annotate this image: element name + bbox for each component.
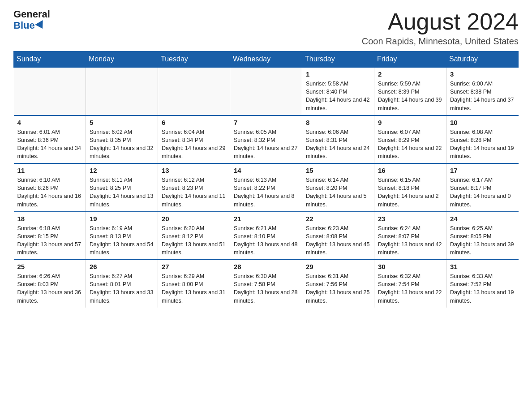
day-info: Sunrise: 6:25 AM Sunset: 8:05 PM Dayligh…	[450, 224, 515, 257]
day-info: Sunrise: 6:27 AM Sunset: 8:01 PM Dayligh…	[90, 272, 154, 305]
calendar-cell: 4Sunrise: 6:01 AM Sunset: 8:36 PM Daylig…	[14, 116, 86, 164]
day-number: 28	[234, 263, 298, 270]
day-number: 24	[450, 215, 515, 223]
calendar-cell: 31Sunrise: 6:33 AM Sunset: 7:52 PM Dayli…	[446, 260, 519, 308]
day-info: Sunrise: 6:32 AM Sunset: 7:54 PM Dayligh…	[378, 272, 442, 305]
weekday-header-wednesday: Wednesday	[230, 51, 302, 68]
day-info: Sunrise: 6:30 AM Sunset: 7:58 PM Dayligh…	[234, 272, 298, 305]
day-number: 2	[378, 70, 442, 78]
day-number: 19	[90, 215, 154, 223]
day-info: Sunrise: 6:13 AM Sunset: 8:22 PM Dayligh…	[234, 176, 298, 209]
day-number: 16	[378, 167, 442, 174]
day-info: Sunrise: 6:01 AM Sunset: 8:36 PM Dayligh…	[17, 128, 82, 161]
day-number: 11	[17, 167, 82, 174]
day-info: Sunrise: 6:05 AM Sunset: 8:32 PM Dayligh…	[234, 128, 298, 161]
calendar-week-row: 4Sunrise: 6:01 AM Sunset: 8:36 PM Daylig…	[14, 116, 519, 164]
calendar-cell: 6Sunrise: 6:04 AM Sunset: 8:34 PM Daylig…	[158, 116, 230, 164]
day-info: Sunrise: 6:20 AM Sunset: 8:12 PM Dayligh…	[162, 224, 226, 257]
day-number: 10	[450, 119, 515, 126]
calendar-cell: 29Sunrise: 6:31 AM Sunset: 7:56 PM Dayli…	[302, 260, 374, 308]
weekday-header-saturday: Saturday	[446, 51, 519, 68]
calendar-cell: 16Sunrise: 6:15 AM Sunset: 8:18 PM Dayli…	[374, 163, 446, 212]
calendar-cell: 25Sunrise: 6:26 AM Sunset: 8:03 PM Dayli…	[14, 260, 86, 308]
calendar-week-row: 11Sunrise: 6:10 AM Sunset: 8:26 PM Dayli…	[14, 163, 519, 212]
month-title: August 2024	[362, 9, 519, 34]
calendar-cell: 27Sunrise: 6:29 AM Sunset: 8:00 PM Dayli…	[158, 260, 230, 308]
day-info: Sunrise: 6:26 AM Sunset: 8:03 PM Dayligh…	[17, 272, 82, 305]
calendar-cell: 2Sunrise: 5:59 AM Sunset: 8:39 PM Daylig…	[374, 67, 446, 116]
day-number: 26	[90, 263, 154, 270]
day-number: 20	[162, 215, 226, 223]
calendar-cell: 14Sunrise: 6:13 AM Sunset: 8:22 PM Dayli…	[230, 163, 302, 212]
day-number: 30	[378, 263, 442, 270]
day-number: 23	[378, 215, 442, 223]
logo: General Blue	[13, 9, 50, 31]
calendar-cell: 8Sunrise: 6:06 AM Sunset: 8:31 PM Daylig…	[302, 116, 374, 164]
calendar-cell	[86, 67, 158, 116]
weekday-header-thursday: Thursday	[302, 51, 374, 68]
calendar-week-row: 25Sunrise: 6:26 AM Sunset: 8:03 PM Dayli…	[14, 260, 519, 308]
weekday-header-friday: Friday	[374, 51, 446, 68]
calendar-cell: 17Sunrise: 6:17 AM Sunset: 8:17 PM Dayli…	[446, 163, 519, 212]
calendar-week-row: 18Sunrise: 6:18 AM Sunset: 8:15 PM Dayli…	[14, 212, 519, 260]
day-number: 31	[450, 263, 515, 270]
day-number: 14	[234, 167, 298, 174]
day-number: 15	[306, 167, 370, 174]
logo-blue-label: Blue	[13, 20, 35, 31]
day-info: Sunrise: 6:18 AM Sunset: 8:15 PM Dayligh…	[17, 224, 82, 257]
day-number: 29	[306, 263, 370, 270]
day-info: Sunrise: 6:02 AM Sunset: 8:35 PM Dayligh…	[90, 128, 154, 161]
day-info: Sunrise: 5:59 AM Sunset: 8:39 PM Dayligh…	[378, 80, 442, 112]
calendar-cell: 12Sunrise: 6:11 AM Sunset: 8:25 PM Dayli…	[86, 163, 158, 212]
calendar-cell: 18Sunrise: 6:18 AM Sunset: 8:15 PM Dayli…	[14, 212, 86, 260]
page-header: General Blue August 2024 Coon Rapids, Mi…	[13, 9, 519, 47]
day-number: 25	[17, 263, 82, 270]
calendar-cell: 15Sunrise: 6:14 AM Sunset: 8:20 PM Dayli…	[302, 163, 374, 212]
calendar-cell: 7Sunrise: 6:05 AM Sunset: 8:32 PM Daylig…	[230, 116, 302, 164]
day-number: 21	[234, 215, 298, 223]
day-info: Sunrise: 6:19 AM Sunset: 8:13 PM Dayligh…	[90, 224, 154, 257]
day-info: Sunrise: 6:24 AM Sunset: 8:07 PM Dayligh…	[378, 224, 442, 257]
day-info: Sunrise: 6:00 AM Sunset: 8:38 PM Dayligh…	[450, 80, 515, 112]
day-number: 3	[450, 70, 515, 78]
day-number: 8	[306, 119, 370, 126]
day-info: Sunrise: 6:17 AM Sunset: 8:17 PM Dayligh…	[450, 176, 515, 209]
day-number: 4	[17, 119, 82, 126]
calendar-cell: 20Sunrise: 6:20 AM Sunset: 8:12 PM Dayli…	[158, 212, 230, 260]
calendar-cell	[158, 67, 230, 116]
day-info: Sunrise: 6:07 AM Sunset: 8:29 PM Dayligh…	[378, 128, 442, 161]
day-number: 1	[306, 70, 370, 78]
calendar-cell: 24Sunrise: 6:25 AM Sunset: 8:05 PM Dayli…	[446, 212, 519, 260]
day-info: Sunrise: 6:29 AM Sunset: 8:00 PM Dayligh…	[162, 272, 226, 305]
weekday-header-sunday: Sunday	[14, 51, 86, 68]
day-number: 7	[234, 119, 298, 126]
day-number: 12	[90, 167, 154, 174]
calendar-cell: 21Sunrise: 6:21 AM Sunset: 8:10 PM Dayli…	[230, 212, 302, 260]
day-number: 13	[162, 167, 226, 174]
day-info: Sunrise: 5:58 AM Sunset: 8:40 PM Dayligh…	[306, 80, 370, 112]
day-info: Sunrise: 6:11 AM Sunset: 8:25 PM Dayligh…	[90, 176, 154, 209]
day-info: Sunrise: 6:23 AM Sunset: 8:08 PM Dayligh…	[306, 224, 370, 257]
logo-general-text: General	[13, 9, 50, 20]
day-info: Sunrise: 6:04 AM Sunset: 8:34 PM Dayligh…	[162, 128, 226, 161]
day-number: 22	[306, 215, 370, 223]
calendar-cell: 13Sunrise: 6:12 AM Sunset: 8:23 PM Dayli…	[158, 163, 230, 212]
calendar-cell: 5Sunrise: 6:02 AM Sunset: 8:35 PM Daylig…	[86, 116, 158, 164]
title-section: August 2024 Coon Rapids, Minnesota, Unit…	[362, 9, 519, 47]
day-info: Sunrise: 6:21 AM Sunset: 8:10 PM Dayligh…	[234, 224, 298, 257]
location-title: Coon Rapids, Minnesota, United States	[362, 36, 519, 47]
calendar-cell	[230, 67, 302, 116]
weekday-header-tuesday: Tuesday	[158, 51, 230, 68]
day-info: Sunrise: 6:08 AM Sunset: 8:28 PM Dayligh…	[450, 128, 515, 161]
logo-blue-text: Blue	[13, 20, 45, 31]
day-number: 17	[450, 167, 515, 174]
weekday-header-monday: Monday	[86, 51, 158, 68]
day-info: Sunrise: 6:06 AM Sunset: 8:31 PM Dayligh…	[306, 128, 370, 161]
calendar-table: SundayMondayTuesdayWednesdayThursdayFrid…	[13, 51, 519, 308]
day-info: Sunrise: 6:14 AM Sunset: 8:20 PM Dayligh…	[306, 176, 370, 209]
calendar-cell: 26Sunrise: 6:27 AM Sunset: 8:01 PM Dayli…	[86, 260, 158, 308]
day-number: 5	[90, 119, 154, 126]
day-number: 27	[162, 263, 226, 270]
calendar-cell: 22Sunrise: 6:23 AM Sunset: 8:08 PM Dayli…	[302, 212, 374, 260]
calendar-week-row: 1Sunrise: 5:58 AM Sunset: 8:40 PM Daylig…	[14, 67, 519, 116]
